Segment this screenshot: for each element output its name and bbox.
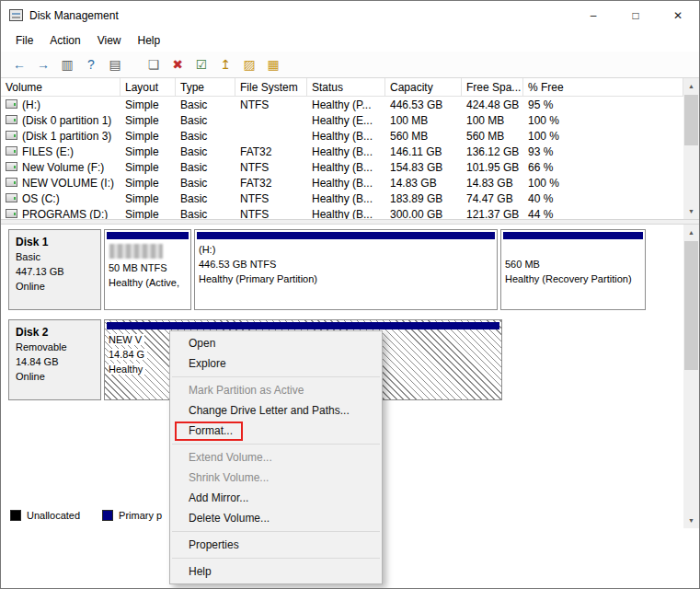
context-menu: OpenExploreMark Partition as ActiveChang… <box>169 330 383 584</box>
disk-2-label[interactable]: Disk 2 Removable 14.84 GB Online <box>8 319 101 400</box>
volume-table: VolumeLayoutTypeFile SystemStatusCapacit… <box>1 78 683 219</box>
menu-item-format[interactable]: Format... <box>171 421 381 441</box>
forward-button[interactable]: → <box>31 53 55 75</box>
table-row-os-c[interactable]: OS (C:)SimpleBasicNTFSHealthy (B...183.8… <box>1 191 683 206</box>
close-button[interactable]: ✕ <box>657 1 699 29</box>
menu-item-label: Help <box>189 565 212 578</box>
menu-item-extend-volume: Extend Volume... <box>171 447 381 468</box>
table-row-new-volume-f[interactable]: New Volume (F:)SimpleBasicNTFSHealthy (B… <box>1 159 683 175</box>
clipboard-button[interactable]: ▦ <box>261 53 285 75</box>
column-header-label: Volume <box>6 81 42 94</box>
volume-icon <box>6 146 17 156</box>
partition-size-line: 50 MB NTFS <box>109 260 187 275</box>
volume-icon <box>6 131 17 140</box>
menu-item-label: Extend Volume... <box>189 451 272 464</box>
dialog-button[interactable]: ❏ <box>142 53 166 75</box>
cell-status: Healthy (B... <box>307 208 385 220</box>
scroll-down-icon[interactable]: ▼ <box>683 203 699 219</box>
column-header-type[interactable]: Type <box>176 78 235 96</box>
menu-item-properties[interactable]: Properties <box>171 535 381 555</box>
disk-type: Removable <box>16 340 94 354</box>
disk-1-label[interactable]: Disk 1 Basic 447.13 GB Online <box>8 229 101 310</box>
disk-status: Online <box>16 279 94 294</box>
table-row-programs-d[interactable]: PROGRAMS (D:)SimpleBasicNTFSHealthy (B..… <box>1 206 683 219</box>
table-row-disk-1-partition-3[interactable]: (Disk 1 partition 3)SimpleBasicHealthy (… <box>1 128 683 144</box>
cell-pct_free: 66 % <box>523 161 683 174</box>
cell-layout: Simple <box>120 208 176 220</box>
column-header-status[interactable]: Status <box>307 78 385 96</box>
cell-volume: FILES (E:) <box>1 145 120 158</box>
partition-color-bar <box>503 232 643 239</box>
scrollbar-thumb[interactable] <box>684 241 698 370</box>
menu-help[interactable]: Help <box>130 31 169 50</box>
cell-layout: Simple <box>120 145 176 158</box>
legend: UnallocatedPrimary p <box>10 510 184 521</box>
toolbar: ←→▥?▤❏✖☑↥▨▦ <box>1 52 699 78</box>
menu-item-delete-volume[interactable]: Delete Volume... <box>171 508 381 528</box>
disk-type: Basic <box>16 249 94 264</box>
cell-file_system: NTFS <box>235 98 307 111</box>
cell-capacity: 560 MB <box>385 130 462 143</box>
column-header-free-spa[interactable]: Free Spa... <box>462 78 523 96</box>
properties-check-button[interactable]: ☑ <box>189 53 213 75</box>
menu-file[interactable]: File <box>7 31 41 50</box>
menu-item-label: Mark Partition as Active <box>189 384 304 397</box>
table-row-files-e[interactable]: FILES (E:)SimpleBasicFAT32Healthy (B...1… <box>1 144 683 159</box>
minimize-button[interactable]: – <box>572 1 614 29</box>
cell-status: Healthy (P... <box>307 98 385 111</box>
legend-label: Primary p <box>119 510 162 521</box>
open-folder-button[interactable]: ▨ <box>237 53 261 75</box>
scroll-down-icon[interactable]: ▼ <box>683 513 699 528</box>
column-header-free[interactable]: % Free <box>523 78 683 96</box>
table-row-h[interactable]: (H:)SimpleBasicNTFSHealthy (P...446.53 G… <box>1 97 683 112</box>
cell-type: Basic <box>176 192 235 205</box>
menu-item-help[interactable]: Help <box>171 561 381 582</box>
maximize-button[interactable]: □ <box>614 1 657 29</box>
partition-name-line: (H:) <box>199 242 493 257</box>
column-header-layout[interactable]: Layout <box>120 78 176 96</box>
scroll-up-icon[interactable]: ▲ <box>683 225 699 240</box>
column-header-file-system[interactable]: File System <box>235 78 307 96</box>
column-header-label: Capacity <box>390 81 433 94</box>
cell-pct_free: 100 % <box>523 130 683 143</box>
partition-disk1-recovery[interactable]: 560 MB Healthy (Recovery Partition) <box>500 229 646 310</box>
partition-color-bar <box>107 232 189 239</box>
table-row-disk-0-partition-1[interactable]: (Disk 0 partition 1)SimpleBasicHealthy (… <box>1 112 683 128</box>
cell-file_system: NTFS <box>235 208 307 220</box>
cell-volume: OS (C:) <box>1 192 120 205</box>
partition-disk1-h[interactable]: (H:) 446.53 GB NTFS Healthy (Primary Par… <box>194 229 498 310</box>
column-header-volume[interactable]: Volume <box>1 78 120 96</box>
redacted-volume-name <box>109 244 163 259</box>
scrollbar-thumb[interactable] <box>684 95 698 145</box>
volume-icon <box>6 162 17 171</box>
column-header-capacity[interactable]: Capacity <box>385 78 462 96</box>
cell-layout: Simple <box>120 114 176 127</box>
cell-capacity: 146.11 GB <box>385 145 462 158</box>
cell-status: Healthy (B... <box>307 145 385 158</box>
menu-view[interactable]: View <box>89 31 130 50</box>
volume-list-scrollbar[interactable]: ▲ ▼ <box>683 78 699 219</box>
table-row-new-volume-i[interactable]: NEW VOLUME (I:)SimpleBasicFAT32Healthy (… <box>1 175 683 191</box>
console-tree-button[interactable]: ▥ <box>55 53 79 75</box>
cell-type: Basic <box>176 98 235 111</box>
menu-item-add-mirror[interactable]: Add Mirror... <box>171 488 381 508</box>
cell-capacity: 14.83 GB <box>385 177 462 190</box>
cell-type: Basic <box>176 114 235 127</box>
scroll-up-icon[interactable]: ▲ <box>683 78 699 94</box>
cell-free_space: 424.48 GB <box>462 98 523 111</box>
graphical-view-scrollbar[interactable]: ▲ ▼ <box>683 225 699 528</box>
help-button[interactable]: ? <box>79 53 103 75</box>
action-pane-button[interactable]: ▤ <box>103 53 127 75</box>
volume-name: FILES (E:) <box>22 145 74 158</box>
menu-item-change-drive-letter-and-paths[interactable]: Change Drive Letter and Paths... <box>171 400 381 421</box>
menu-action[interactable]: Action <box>41 31 88 50</box>
delete-volume-button[interactable]: ✖ <box>166 53 189 75</box>
cell-status: Healthy (B... <box>307 177 385 190</box>
volume-icon <box>6 178 17 187</box>
menu-item-open[interactable]: Open <box>171 333 381 353</box>
partition-disk1-system[interactable]: 50 MB NTFS Healthy (Active, <box>104 229 191 310</box>
back-button[interactable]: ← <box>7 53 31 75</box>
cell-layout: Simple <box>120 192 176 205</box>
menu-item-explore[interactable]: Explore <box>171 353 381 374</box>
mount-button[interactable]: ↥ <box>213 53 237 75</box>
